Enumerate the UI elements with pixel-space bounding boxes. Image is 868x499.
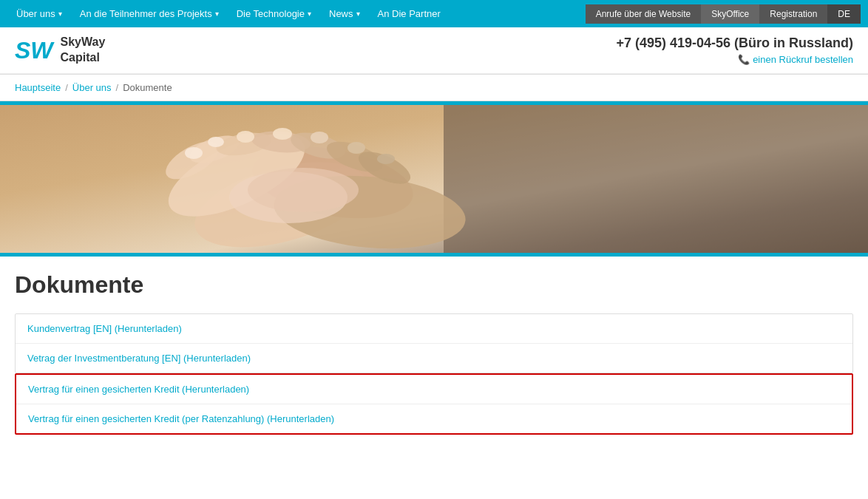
svg-point-18 <box>273 128 292 140</box>
list-item: Kundenvertrag [EN] (Herunterladen) <box>16 314 852 344</box>
list-item: Vertrag für einen gesicherten Kredit (He… <box>16 375 852 404</box>
nav-item-ueber-uns[interactable]: Über uns ▾ <box>7 8 71 19</box>
svg-point-19 <box>311 132 328 143</box>
top-navigation: Über uns ▾ An die Teilnehmer des Projekt… <box>0 0 868 27</box>
svg-point-21 <box>377 154 395 164</box>
list-item: Vetrag der Investmentberatung [EN] (Heru… <box>16 344 852 373</box>
header-contact-area: +7 (495) 419-04-56 (Büro in Russland) 📞 … <box>616 35 853 65</box>
document-list-regular: Kundenvertrag [EN] (Herunterladen) Vetra… <box>15 313 853 373</box>
main-content: Dokumente Kundenvertrag [EN] (Herunterla… <box>0 257 868 449</box>
hero-image <box>0 101 868 257</box>
svg-point-17 <box>237 131 254 143</box>
svg-point-16 <box>208 137 224 147</box>
chevron-down-icon: ▾ <box>58 10 62 18</box>
svg-point-20 <box>347 142 365 154</box>
callback-link[interactable]: 📞 einen Rückruf bestellen <box>616 54 853 65</box>
logo-text: SkyWay Capital <box>61 35 106 66</box>
chevron-down-icon: ▾ <box>356 10 360 18</box>
breadcrumb-current: Dokumente <box>123 82 172 93</box>
list-item: Vertrag für einen gesicherten Kredit (pe… <box>16 404 852 433</box>
top-nav-right-area: Anrufe über die Website SkyOffice Regist… <box>586 4 861 24</box>
chevron-down-icon: ▾ <box>215 10 219 18</box>
breadcrumb-separator-2: / <box>116 82 119 93</box>
site-header: SW SkyWay Capital +7 (495) 419-04-56 (Bü… <box>0 27 868 74</box>
phone-number: +7 (495) 419-04-56 (Büro in Russland) <box>616 35 853 51</box>
nav-item-partner[interactable]: An Die Partner <box>369 8 450 19</box>
breadcrumb-hauptseite[interactable]: Hauptseite <box>15 82 61 93</box>
anrufe-button[interactable]: Anrufe über die Website <box>586 4 702 24</box>
svg-rect-1 <box>444 101 868 257</box>
logo-icon: SW <box>15 38 53 62</box>
doc-link-investmentberatung[interactable]: Vetrag der Investmentberatung [EN] (Heru… <box>27 353 251 364</box>
doc-link-kredit[interactable]: Vertrag für einen gesicherten Kredit (He… <box>28 384 249 395</box>
registration-button[interactable]: Registration <box>759 4 827 24</box>
nav-item-news[interactable]: News ▾ <box>320 8 369 19</box>
svg-point-15 <box>185 147 203 159</box>
doc-link-kredit-ratenzahlung[interactable]: Vertrag für einen gesicherten Kredit (pe… <box>28 413 334 424</box>
chevron-down-icon: ▾ <box>308 10 311 18</box>
svg-point-14 <box>248 168 359 212</box>
hero-svg <box>0 101 868 257</box>
page-title: Dokumente <box>15 271 853 299</box>
nav-item-technologie[interactable]: Die Technologie ▾ <box>228 8 320 19</box>
skyoffice-button[interactable]: SkyOffice <box>701 4 759 24</box>
breadcrumb-ueber-uns[interactable]: Über uns <box>72 82 112 93</box>
logo-area[interactable]: SW SkyWay Capital <box>15 35 105 66</box>
hero-bottom-bar <box>0 253 868 257</box>
nav-item-teilnehmer[interactable]: An die Teilnehmer des Projekts ▾ <box>71 8 228 19</box>
hero-top-bar <box>0 101 868 105</box>
phone-icon: 📞 <box>738 54 750 65</box>
language-button[interactable]: DE <box>827 4 861 24</box>
breadcrumb-separator-1: / <box>65 82 68 93</box>
doc-link-kundenvertrag[interactable]: Kundenvertrag [EN] (Herunterladen) <box>27 323 182 334</box>
breadcrumb: Hauptseite / Über uns / Dokumente <box>0 74 868 101</box>
document-list-highlighted: Vertrag für einen gesicherten Kredit (He… <box>15 373 853 435</box>
